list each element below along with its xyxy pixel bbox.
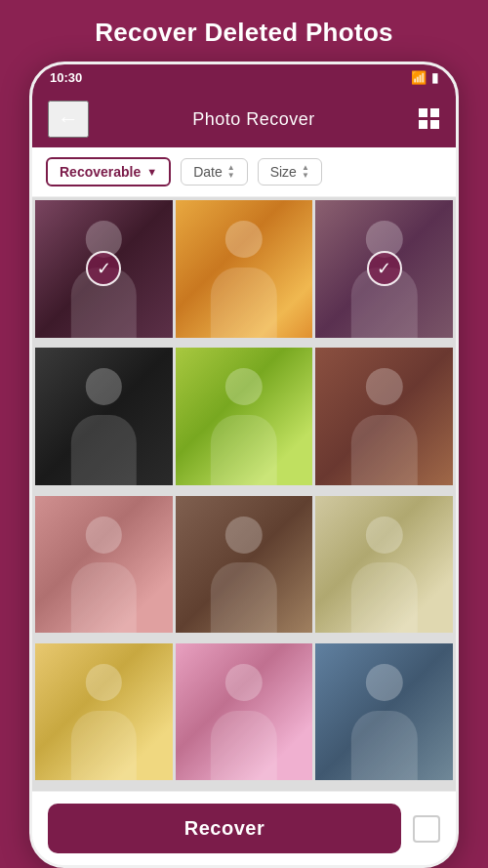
status-time: 10:30	[50, 70, 82, 85]
recoverable-filter[interactable]: Recoverable ▼	[46, 157, 171, 186]
wifi-icon: 📶	[411, 70, 427, 85]
photo-item-3[interactable]: ✓	[315, 200, 453, 338]
recoverable-label: Recoverable	[60, 164, 141, 180]
status-bar: 10:30 📶 ▮	[32, 64, 456, 91]
select-all-checkbox[interactable]	[413, 815, 440, 843]
photo-item-6[interactable]	[315, 348, 453, 485]
photo-grid: ✓ ✓	[32, 197, 456, 791]
size-label: Size	[270, 164, 297, 180]
photo-item-7[interactable]	[35, 496, 173, 634]
sort-arrows-icon: ▲▼	[227, 164, 235, 180]
toolbar: ← Photo Recover	[32, 91, 456, 147]
photo-item-11[interactable]	[176, 643, 313, 781]
recover-button[interactable]: Recover	[48, 804, 401, 853]
dropdown-arrow-icon: ▼	[146, 166, 157, 178]
date-label: Date	[193, 164, 223, 180]
photo-item-4[interactable]	[35, 348, 173, 485]
photo-item-8[interactable]	[176, 496, 313, 634]
grid-view-icon[interactable]	[419, 108, 440, 130]
page-title: Recover Deleted Photos	[75, 0, 413, 62]
phone-frame: 10:30 📶 ▮ ← Photo Recover Recoverable ▼ …	[29, 62, 459, 868]
date-sort-button[interactable]: Date ▲▼	[181, 158, 248, 186]
selection-check-1: ✓	[86, 251, 121, 286]
photo-item-2[interactable]	[176, 200, 313, 338]
photo-item-9[interactable]	[315, 496, 453, 634]
photo-item-12[interactable]	[315, 643, 453, 781]
selection-check-3: ✓	[367, 251, 402, 286]
bottom-bar: Recover	[32, 791, 456, 865]
battery-icon: ▮	[431, 70, 438, 85]
sort-arrows-size-icon: ▲▼	[302, 164, 309, 180]
toolbar-title: Photo Recover	[192, 109, 315, 130]
photo-item-10[interactable]	[35, 643, 173, 781]
filter-bar: Recoverable ▼ Date ▲▼ Size ▲▼	[32, 147, 456, 197]
back-button[interactable]: ←	[48, 101, 89, 138]
size-sort-button[interactable]: Size ▲▼	[258, 158, 322, 186]
photo-item-5[interactable]	[176, 348, 313, 485]
status-icons: 📶 ▮	[411, 70, 438, 85]
photo-item-1[interactable]: ✓	[35, 200, 173, 338]
